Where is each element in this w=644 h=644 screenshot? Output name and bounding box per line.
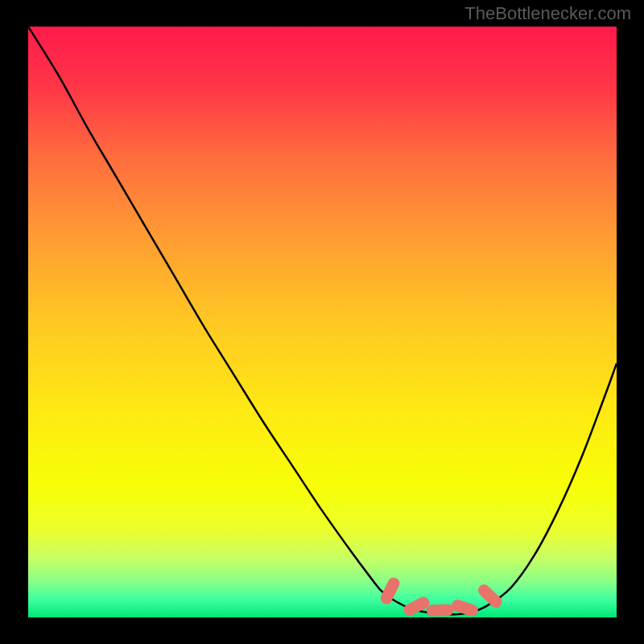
chart-plot-area — [28, 27, 617, 617]
chart-background — [28, 27, 617, 617]
chart-svg — [28, 27, 617, 617]
svg-rect-2 — [427, 604, 454, 617]
watermark-text: TheBottlenecker.com — [464, 3, 631, 24]
